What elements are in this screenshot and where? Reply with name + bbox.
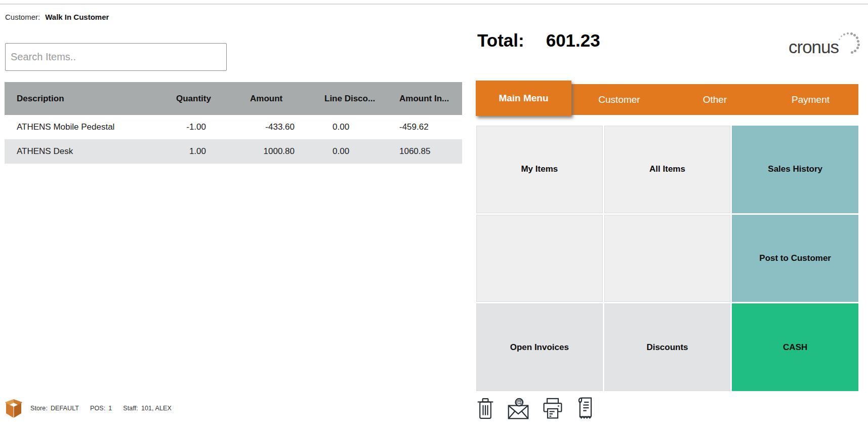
col-description: Description (5, 82, 176, 115)
total-row: Total: 601.23 (477, 30, 600, 51)
receipt-icon[interactable] (576, 396, 594, 420)
email-icon[interactable]: @ (507, 397, 529, 420)
tab-other[interactable]: Other (667, 84, 763, 115)
tab-customer[interactable]: Customer (571, 84, 667, 115)
action-icon-row: @ (476, 396, 594, 420)
total-value: 601.23 (546, 30, 600, 51)
menu-button-empty-1 (476, 215, 603, 302)
pos-label: POS: (90, 405, 105, 412)
sale-lines-table: Description Quantity Amount Line Disco..… (5, 82, 462, 164)
cell-amount-incl[interactable]: 1060.85 (399, 139, 462, 164)
cell-amount-incl[interactable]: -459.62 (399, 115, 462, 139)
store-value: DEFAULT (51, 405, 79, 412)
menu-button-sales-history[interactable]: Sales History (732, 126, 858, 213)
top-divider (0, 4, 868, 5)
pos-value: 1 (108, 405, 112, 412)
cell-line-discount[interactable]: 0.00 (295, 139, 399, 164)
menu-button-cash[interactable]: CASH (732, 303, 858, 391)
search-input[interactable] (5, 43, 227, 71)
tab-main-menu[interactable]: Main Menu (476, 81, 571, 116)
svg-text:@: @ (516, 399, 522, 406)
menu-button-post-to-customer[interactable]: Post to Customer (732, 215, 858, 302)
tab-payment[interactable]: Payment (763, 84, 858, 115)
cell-amount[interactable]: -433.60 (217, 115, 295, 139)
menu-button-my-items[interactable]: My Items (476, 126, 603, 213)
col-amount-incl: Amount In... (399, 82, 462, 115)
cell-quantity[interactable]: -1.00 (176, 115, 217, 139)
staff-value: 101, ALEX (141, 405, 172, 412)
staff-label: Staff: (123, 405, 138, 412)
status-text: Store:DEFAULTPOS:1Staff:101, ALEX (30, 405, 183, 412)
menu-button-open-invoices[interactable]: Open Invoices (476, 303, 603, 391)
menu-button-discounts[interactable]: Discounts (604, 303, 731, 391)
total-label: Total: (477, 30, 524, 51)
status-bar: Store:DEFAULTPOS:1Staff:101, ALEX (4, 398, 183, 419)
menu-button-all-items[interactable]: All Items (604, 126, 731, 213)
pos-tab-bar: Main Menu Customer Other Payment (476, 84, 858, 115)
store-label: Store: (30, 405, 48, 412)
delete-icon[interactable] (476, 397, 494, 420)
cell-description[interactable]: ATHENS Desk (5, 139, 176, 164)
table-row[interactable]: ATHENS Mobile Pedestal -1.00 -433.60 0.0… (5, 115, 462, 139)
dotted-arc-icon (836, 30, 859, 54)
table-row[interactable]: ATHENS Desk 1.00 1000.80 0.00 1060.85 (5, 139, 462, 164)
table-header-row: Description Quantity Amount Line Disco..… (5, 82, 462, 115)
menu-button-empty-2 (604, 215, 731, 302)
customer-name: Walk In Customer (45, 13, 109, 21)
box-icon (4, 398, 23, 419)
cell-quantity[interactable]: 1.00 (176, 139, 217, 164)
col-line-discount: Line Disco... (295, 82, 399, 115)
col-quantity: Quantity (176, 82, 217, 115)
cell-description[interactable]: ATHENS Mobile Pedestal (5, 115, 176, 139)
cell-line-discount[interactable]: 0.00 (295, 115, 399, 139)
menu-button-grid: My Items All Items Sales History Post to… (476, 126, 858, 391)
print-icon[interactable] (542, 397, 563, 420)
cell-amount[interactable]: 1000.80 (217, 139, 295, 164)
cronus-logo: cronus (789, 30, 864, 56)
customer-label: Customer: (5, 13, 40, 21)
customer-line: Customer:Walk In Customer (5, 13, 109, 21)
col-amount: Amount (217, 82, 295, 115)
